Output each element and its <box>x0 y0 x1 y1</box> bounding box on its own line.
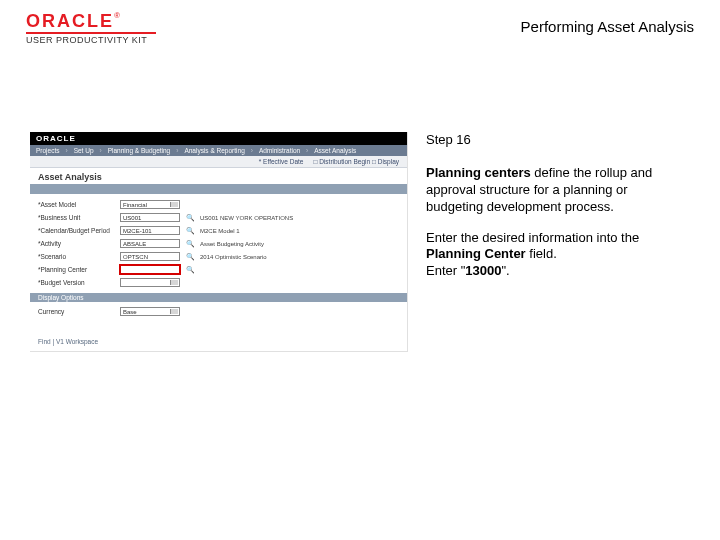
lookup-icon[interactable]: 🔍 <box>186 214 194 222</box>
label-asset-model: *Asset Model <box>38 201 114 208</box>
shot-subbar: * Effective Date □ Distribution Begin □ … <box>30 156 407 168</box>
field-scenario[interactable]: OPTSCN <box>120 252 180 261</box>
oracle-logo: ORACLE® <box>26 12 156 30</box>
shot-brand: ORACLE <box>30 132 407 145</box>
bold-planning-center-field: Planning Center <box>426 246 526 261</box>
label-budget-version: *Budget Version <box>38 279 114 286</box>
nav-item: Projects <box>36 147 59 154</box>
oracle-logo-text: ORACLE <box>26 11 114 31</box>
shot-tabrow <box>30 184 407 194</box>
content-row: ORACLE Projects› Set Up› Planning & Budg… <box>30 132 700 352</box>
desc: 2014 Optimistic Scenario <box>200 254 399 260</box>
form-row: *Planning Center 🔍 <box>38 263 399 276</box>
shot-heading: Asset Analysis <box>30 168 407 184</box>
shot-bottom: Currency Base <box>30 302 407 328</box>
nav-item: Analysis & Reporting <box>184 147 244 154</box>
desc: US001 NEW YORK OPERATIONS <box>200 215 399 221</box>
desc: M2CE Model 1 <box>200 228 399 234</box>
bold-13000: 13000 <box>465 263 501 278</box>
field-activity[interactable]: ABSALE <box>120 239 180 248</box>
field-asset-model[interactable]: Financial <box>120 200 180 209</box>
bold-planning-centers: Planning centers <box>426 165 531 180</box>
section-display-options: Display Options <box>30 293 407 302</box>
shot-nav: Projects› Set Up› Planning & Budgeting› … <box>30 145 407 156</box>
para3-b: ". <box>501 263 509 278</box>
upk-label: USER PRODUCTIVITY KIT <box>26 35 156 45</box>
desc: Asset Budgeting Activity <box>200 241 399 247</box>
para3-a: Enter " <box>426 263 465 278</box>
nav-item: Set Up <box>74 147 94 154</box>
nav-item: Asset Analysis <box>314 147 356 154</box>
instruction-panel: Step 16 Planning centers define the roll… <box>426 132 686 352</box>
label-calendar: *Calendar/Budget Period <box>38 227 114 234</box>
nav-item: Administration <box>259 147 300 154</box>
lookup-icon[interactable]: 🔍 <box>186 266 194 274</box>
label-scenario: *Scenario <box>38 253 114 260</box>
form-row: *Budget Version <box>38 276 399 289</box>
label-currency: Currency <box>38 308 114 315</box>
lookup-icon[interactable]: 🔍 <box>186 227 194 235</box>
label-activity: *Activity <box>38 240 114 247</box>
oracle-logo-block: ORACLE® USER PRODUCTIVITY KIT <box>26 12 156 45</box>
lookup-icon[interactable]: 🔍 <box>186 253 194 261</box>
label-business-unit: *Business Unit <box>38 214 114 221</box>
field-planning-center[interactable] <box>120 265 180 274</box>
lookup-icon[interactable]: 🔍 <box>186 240 194 248</box>
form-row: *Asset Model Financial <box>38 198 399 211</box>
form-row: *Activity ABSALE 🔍 Asset Budgeting Activ… <box>38 237 399 250</box>
subbar-left: * Effective Date <box>259 158 304 165</box>
field-business-unit[interactable]: US001 <box>120 213 180 222</box>
para2-b: field. <box>526 246 557 261</box>
para2-a: Enter the desired information into the <box>426 230 639 245</box>
instruction-para-1: Planning centers define the rollup and a… <box>426 165 686 216</box>
oracle-tm: ® <box>114 11 120 20</box>
field-budget-version[interactable] <box>120 278 180 287</box>
step-number: Step 16 <box>426 132 686 149</box>
shot-form: *Asset Model Financial *Business Unit US… <box>30 194 407 291</box>
nav-item: Planning & Budgeting <box>108 147 171 154</box>
label-planning-center: *Planning Center <box>38 266 114 273</box>
field-calendar[interactable]: M2CE-101 <box>120 226 180 235</box>
field-currency[interactable]: Base <box>120 307 180 316</box>
subbar-right: □ Distribution Begin □ Display <box>313 158 399 165</box>
form-row: *Business Unit US001 🔍 US001 NEW YORK OP… <box>38 211 399 224</box>
instruction-para-2: Enter the desired information into the P… <box>426 230 686 281</box>
form-row: *Calendar/Budget Period M2CE-101 🔍 M2CE … <box>38 224 399 237</box>
app-screenshot: ORACLE Projects› Set Up› Planning & Budg… <box>30 132 408 352</box>
form-row: *Scenario OPTSCN 🔍 2014 Optimistic Scena… <box>38 250 399 263</box>
page-title: Performing Asset Analysis <box>521 12 694 35</box>
page-header: ORACLE® USER PRODUCTIVITY KIT Performing… <box>0 0 720 51</box>
logo-underline <box>26 32 156 34</box>
find-workspace: Find | V1 Workspace <box>30 328 407 351</box>
